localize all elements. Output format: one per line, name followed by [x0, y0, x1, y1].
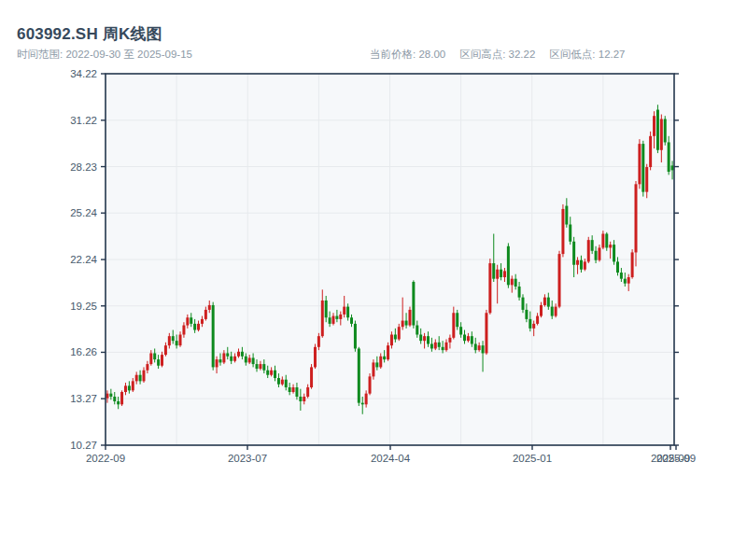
candle[interactable] [314, 343, 317, 369]
candle-body [456, 313, 458, 327]
candle-body [120, 392, 123, 404]
candle-body [503, 271, 506, 277]
candle-body [405, 321, 408, 326]
candle-body [580, 260, 583, 270]
candle[interactable] [358, 347, 360, 406]
candle-body [289, 387, 291, 392]
candle-body [343, 307, 345, 315]
candle-body [285, 380, 288, 387]
candle[interactable] [488, 259, 491, 315]
candle-body [416, 326, 418, 335]
candle[interactable] [212, 302, 215, 371]
candle-body [496, 270, 499, 279]
candle-body [616, 261, 619, 273]
candle-body [518, 287, 521, 298]
candle-body [543, 298, 546, 305]
candle-body [270, 371, 273, 375]
y-axis-label: 10.27 [70, 440, 97, 451]
candle-body [197, 324, 200, 330]
candle[interactable] [485, 310, 487, 355]
candle-body [423, 336, 426, 341]
candle-body [438, 343, 441, 347]
candle[interactable] [412, 280, 415, 329]
candle-body [572, 242, 575, 265]
candle-body [216, 359, 218, 367]
y-axis-label: 28.23 [70, 161, 97, 173]
candle-body [186, 317, 189, 325]
candle-body [204, 310, 207, 319]
candle-body [109, 394, 112, 397]
candle-body [430, 343, 433, 348]
candle-body [325, 301, 328, 317]
candle[interactable] [120, 390, 123, 406]
candle[interactable] [561, 204, 564, 258]
candle-body [638, 144, 641, 184]
candle-body [398, 327, 401, 339]
candle-body [292, 387, 295, 392]
candle-body [281, 380, 284, 385]
candle[interactable] [631, 249, 634, 279]
candle-body [565, 206, 568, 225]
candle-body [106, 394, 108, 399]
candle-body [132, 381, 134, 390]
candle[interactable] [587, 237, 590, 263]
candle[interactable] [649, 132, 652, 171]
candle-body [671, 165, 674, 170]
kline-chart: 34.2231.2228.2325.2422.2419.2516.2613.27… [0, 0, 747, 560]
candle[interactable] [369, 373, 372, 395]
candle-body [595, 251, 598, 260]
candle-body [233, 357, 236, 361]
candle-body [488, 263, 491, 313]
candle[interactable] [310, 364, 313, 389]
x-axis-label: 2022-09 [86, 453, 125, 464]
candle-body [408, 310, 411, 326]
candle-body [561, 209, 564, 254]
candle-body [113, 397, 116, 401]
candle[interactable] [507, 243, 510, 287]
candle-body [576, 260, 579, 265]
candle-body [153, 353, 156, 359]
candle-body [383, 357, 386, 359]
candle-body [142, 371, 145, 382]
candle-body [609, 245, 612, 247]
y-axis-label: 22.24 [70, 254, 97, 265]
candle-body [190, 317, 192, 324]
candle-body [660, 119, 663, 150]
x-axis-label: 2025-01 [513, 453, 552, 464]
candle-body [419, 335, 422, 342]
candle-body [157, 359, 160, 366]
candle[interactable] [638, 139, 641, 189]
candle-body [656, 110, 659, 150]
candle-body [259, 364, 261, 369]
y-axis-label: 34.22 [70, 68, 97, 79]
candle-body [135, 375, 138, 382]
candle-body [427, 336, 430, 343]
candle-body [379, 357, 382, 368]
candle-body [558, 254, 561, 307]
candle-body [649, 136, 652, 167]
candle[interactable] [558, 251, 561, 308]
current-price-stat: 当前价格: 28.00 [370, 49, 445, 60]
candle-body [172, 336, 175, 341]
candle[interactable] [354, 321, 357, 352]
candle-body [346, 307, 349, 318]
candle-body [365, 394, 368, 405]
candle-body [569, 225, 571, 242]
candle-body [168, 336, 171, 345]
candle-body [434, 343, 437, 349]
candle[interactable] [664, 116, 667, 146]
candle-body [641, 144, 644, 192]
candle-body [237, 352, 240, 357]
candle-body [321, 301, 324, 336]
y-axis-label: 13.27 [70, 393, 97, 404]
candle-body [256, 364, 259, 369]
candle-body [182, 326, 185, 335]
candle[interactable] [656, 105, 659, 153]
y-axis-label: 19.25 [70, 301, 97, 312]
candle-body [601, 233, 604, 247]
range-low-stat: 区间低点: 12.27 [549, 49, 625, 60]
candle-body [532, 324, 535, 329]
candle-body [124, 385, 127, 392]
candle[interactable] [641, 141, 644, 197]
x-axis-label: 2024-04 [371, 453, 411, 464]
